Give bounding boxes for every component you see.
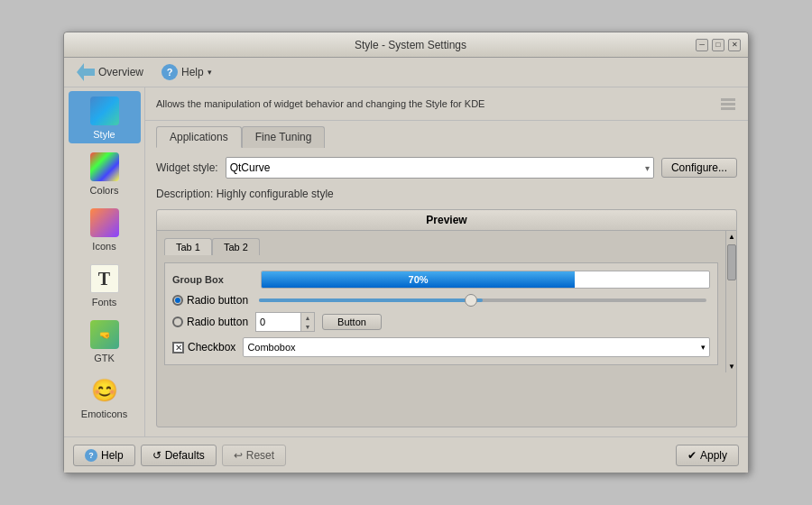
preview-radio1-row: Radio button [172, 294, 710, 307]
checkbox-group: ✕ Checkbox [172, 341, 235, 354]
main-panel: Allows the manipulation of widget behavi… [145, 87, 748, 436]
tab-applications[interactable]: Applications [156, 126, 242, 148]
sidebar-item-colors[interactable]: Colors [69, 147, 141, 199]
sidebar-item-icons[interactable]: Icons [69, 203, 141, 255]
widget-style-select[interactable]: QtCurve ▾ [226, 157, 654, 179]
progress-bar: 70% [261, 271, 710, 289]
sidebar-label-emoticons: Emoticons [81, 409, 127, 419]
fonts-icon: T [88, 262, 121, 295]
combobox-value: Combobox [247, 342, 295, 353]
radio-2-label: Radio button [187, 316, 248, 328]
reset-icon: ↩ [234, 449, 243, 462]
preview-tab-1[interactable]: Tab 1 [164, 238, 212, 255]
configure-button[interactable]: Configure... [661, 158, 737, 178]
reset-button[interactable]: ↩ Reset [222, 445, 286, 466]
bottom-bar: ? Help ↺ Defaults ↩ Reset ✔ Apply [64, 436, 748, 473]
preview-progress-row: Group Box 70% [172, 271, 710, 289]
select-dropdown-icon: ▾ [645, 163, 650, 173]
preview-scrollbar[interactable]: ▲ ▼ [725, 231, 736, 372]
apply-checkmark-icon: ✔ [687, 449, 697, 462]
svg-rect-1 [721, 103, 735, 106]
help-button-footer[interactable]: ? Help [73, 445, 135, 466]
group-box-label: Group Box [172, 274, 254, 285]
sidebar-label-colors: Colors [90, 185, 119, 196]
toolbar: Overview ? Help ▾ [64, 58, 748, 87]
svg-rect-2 [721, 107, 735, 110]
back-icon [77, 63, 95, 81]
slider-fill [259, 298, 483, 302]
checkbox-check-icon: ✕ [175, 343, 182, 353]
sidebar-item-style[interactable]: Style [69, 91, 141, 143]
maximize-button[interactable]: □ [712, 39, 724, 51]
help-icon: ? [161, 64, 178, 80]
style-description: Description: Highly configurable style [156, 186, 737, 202]
content-area: Style Colors Icons T Fonts [64, 87, 748, 436]
help-label: Help [181, 66, 204, 78]
icons-icon [88, 207, 121, 239]
preview-body: Tab 1 Tab 2 Group Box [157, 231, 725, 372]
spinbox-controls: ▲ ▼ [300, 312, 315, 332]
radio-1-label: Radio button [187, 294, 248, 307]
preview-tabs: Tab 1 Tab 2 [164, 238, 718, 255]
apply-button[interactable]: ✔ Apply [676, 445, 739, 466]
minimize-button[interactable]: ─ [696, 39, 708, 51]
defaults-label: Defaults [165, 449, 205, 462]
style-icon [88, 95, 121, 127]
titlebar: Style - System Settings ─ □ ✕ [64, 32, 748, 58]
sidebar: Style Colors Icons T Fonts [64, 87, 145, 436]
panel-description: Allows the manipulation of widget behavi… [156, 98, 484, 109]
reset-label: Reset [246, 449, 274, 462]
defaults-icon: ↺ [152, 449, 161, 462]
preview-content: Group Box 70% [164, 262, 718, 365]
radio-group-2: Radio button [172, 316, 248, 328]
sidebar-item-fonts[interactable]: T Fonts [69, 259, 141, 311]
sidebar-item-gtk[interactable]: 🤜 GTK [69, 315, 141, 367]
help-button[interactable]: ? Help ▾ [156, 62, 217, 82]
widget-style-row: Widget style: QtCurve ▾ Configure... [156, 157, 737, 179]
close-button[interactable]: ✕ [728, 39, 741, 51]
radio-2-button[interactable] [172, 317, 183, 327]
combobox-arrow-icon: ▾ [701, 343, 706, 352]
preview-area: Preview Tab 1 Tab 2 [156, 209, 737, 427]
help-dropdown-icon: ▾ [208, 68, 212, 77]
sidebar-item-emoticons[interactable]: 😊 Emoticons [69, 371, 141, 423]
preview-radio2-row: Radio button ▲ ▼ [172, 312, 710, 332]
sidebar-label-icons: Icons [92, 241, 115, 252]
slider-container[interactable] [255, 298, 710, 302]
defaults-button[interactable]: ↺ Defaults [141, 445, 217, 466]
tabs-row: Applications Fine Tuning [145, 121, 748, 148]
preview-tab-2[interactable]: Tab 2 [212, 238, 260, 255]
spinbox-up[interactable]: ▲ [301, 313, 314, 322]
panel-header: Allows the manipulation of widget behavi… [145, 87, 748, 121]
scrollbar-thumb[interactable] [727, 244, 736, 280]
spinbox[interactable]: ▲ ▼ [255, 312, 315, 332]
window-title: Style - System Settings [125, 39, 696, 51]
preview-checkbox-row: ✕ Checkbox Combobox ▾ [172, 337, 710, 357]
overview-label: Overview [98, 66, 143, 78]
checkbox-input[interactable]: ✕ [172, 342, 184, 354]
help-footer-label: Help [101, 449, 124, 462]
window-controls: ─ □ ✕ [696, 39, 741, 51]
scrollbar-up[interactable]: ▲ [726, 231, 736, 243]
progress-label: 70% [409, 274, 429, 285]
configure-icon [719, 95, 737, 113]
widget-style-label: Widget style: [156, 161, 218, 174]
spinbox-input[interactable] [255, 312, 300, 332]
emoticons-icon: 😊 [88, 374, 121, 407]
radio-1-button[interactable] [172, 295, 183, 306]
scrollbar-down[interactable]: ▼ [726, 361, 736, 372]
progress-fill: 70% [262, 271, 575, 288]
slider-track [259, 298, 706, 302]
spinbox-down[interactable]: ▼ [301, 322, 314, 331]
sidebar-label-fonts: Fonts [92, 297, 117, 308]
checkbox-label: Checkbox [188, 341, 235, 354]
combobox[interactable]: Combobox ▾ [243, 337, 710, 357]
preview-title: Preview [157, 210, 736, 231]
overview-button[interactable]: Overview [71, 61, 149, 83]
gtk-icon: 🤜 [88, 318, 121, 351]
preview-button[interactable]: Button [322, 314, 382, 330]
help-footer-icon: ? [85, 449, 97, 462]
widget-style-value: QtCurve [230, 161, 271, 174]
tab-fine-tuning[interactable]: Fine Tuning [242, 126, 326, 148]
sidebar-label-style: Style [93, 129, 115, 140]
